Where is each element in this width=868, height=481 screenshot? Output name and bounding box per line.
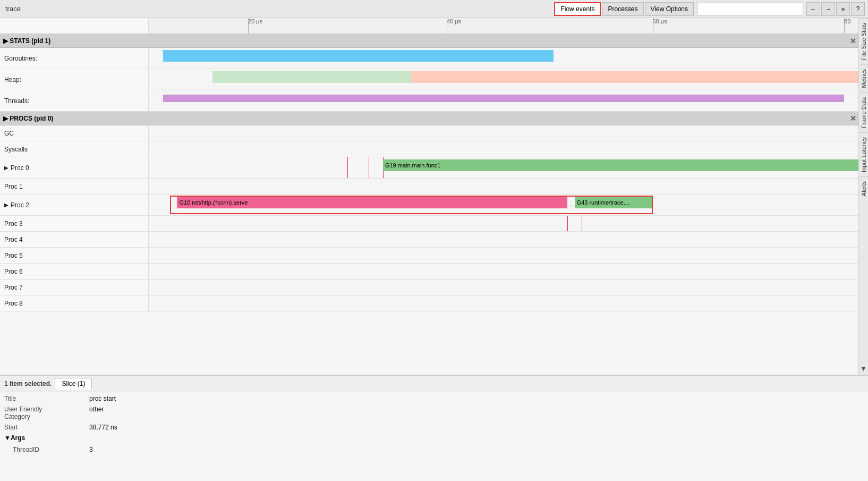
proc0-green-bar: G19 main.main.func1	[383, 159, 858, 171]
nav-help-button[interactable]: ?	[851, 2, 865, 16]
proc6-row: Proc 6	[0, 264, 858, 280]
nav-prev-button[interactable]: ←	[806, 2, 820, 16]
goroutines-bar	[163, 50, 554, 62]
stats-close-button[interactable]: ✕	[850, 37, 856, 45]
proc5-label: Proc 5	[0, 248, 149, 263]
detail-row-start: Start 38,772 ns	[0, 422, 868, 433]
app-title: trace	[3, 5, 21, 13]
sidebar-scroll-down[interactable]: ▼	[860, 362, 867, 375]
ruler-mark-40: 40 µs	[447, 18, 461, 24]
header-button-group: Flow events Processes View Options ← → »…	[554, 2, 865, 16]
view-options-button[interactable]: View Options	[645, 2, 694, 16]
ruler-mark-80: 80	[844, 18, 850, 24]
proc0-canvas[interactable]: G19 main.main.func1	[149, 157, 858, 178]
detail-table: Title proc start User FriendlyCategory o…	[0, 393, 868, 433]
proc2-canvas[interactable]: G10 net/http.(*conn).serve → G43 runtime…	[149, 195, 858, 215]
threads-row: Threads:	[0, 90, 858, 112]
args-value-threadid: 3	[85, 444, 868, 455]
proc5-canvas[interactable]	[149, 248, 858, 263]
proc6-canvas[interactable]	[149, 264, 858, 279]
proc3-canvas[interactable]	[149, 216, 858, 231]
proc2-green-bar: G43 runtime/trace....	[575, 197, 653, 208]
goroutines-row: Goroutines:	[0, 48, 858, 69]
proc8-canvas[interactable]	[149, 296, 858, 311]
args-table: ThreadID 3	[0, 444, 868, 455]
proc2-pink-label: G10 net/http.(*conn).serve	[179, 199, 248, 206]
nav-next-button[interactable]: →	[821, 2, 835, 16]
slice-tab[interactable]: Slice (1)	[55, 378, 92, 390]
ruler: 20 µs 40 µs 60 µs 80	[149, 18, 858, 33]
proc2-arrow: ▶	[4, 202, 8, 208]
processes-button[interactable]: Processes	[602, 2, 643, 16]
stats-section-header[interactable]: ▶ STATS (pid 1) ✕	[0, 34, 858, 48]
proc2-row: ▶ Proc 2 G10 net/http.(*conn).serve → G4…	[0, 195, 858, 216]
proc1-canvas[interactable]	[149, 179, 858, 194]
proc6-label: Proc 6	[0, 264, 149, 279]
ruler-mark-60: 60 µs	[653, 18, 667, 24]
sidebar-tab-alerts[interactable]: Alerts	[860, 176, 868, 200]
heap-label: Heap:	[0, 69, 149, 90]
procs-section-title: ▶ PROCS (pid 0)	[3, 115, 53, 122]
proc0-label: ▶ Proc 0	[0, 157, 149, 178]
header: trace Flow events Processes View Options…	[0, 0, 868, 18]
heap-bar-2	[411, 71, 858, 83]
detail-row-title: Title proc start	[0, 393, 868, 404]
bottom-panel: 1 item selected. Slice (1) Title proc st…	[0, 375, 868, 481]
sidebar-tab-metrics[interactable]: Metrics	[860, 64, 868, 92]
flow-events-button[interactable]: Flow events	[554, 2, 601, 16]
args-header: ▼Args	[0, 433, 868, 443]
goroutines-label: Goroutines:	[0, 48, 149, 69]
heap-bar-1	[212, 71, 411, 83]
proc7-label: Proc 7	[0, 280, 149, 295]
proc3-row: Proc 3	[0, 216, 858, 232]
proc0-row: ▶ Proc 0 G19 main.main.func1	[0, 157, 858, 179]
proc4-canvas[interactable]	[149, 232, 858, 247]
proc4-label: Proc 4	[0, 232, 149, 247]
procs-close-button[interactable]: ✕	[850, 114, 856, 123]
right-sidebar: File Size Stats Metrics Frame Data Input…	[858, 18, 868, 375]
detail-key-category: User FriendlyCategory	[0, 404, 85, 422]
syscalls-row: Syscalls	[0, 141, 858, 157]
proc7-row: Proc 7	[0, 280, 858, 296]
bottom-tabs: 1 item selected. Slice (1)	[0, 376, 868, 392]
proc0-bar-label: G19 main.main.func1	[385, 162, 441, 168]
nav-fast-forward-button[interactable]: »	[836, 2, 850, 16]
proc8-label: Proc 8	[0, 296, 149, 311]
proc2-label: ▶ Proc 2	[0, 195, 149, 215]
proc7-canvas[interactable]	[149, 280, 858, 295]
threads-canvas[interactable]	[149, 90, 858, 111]
threads-bar	[163, 95, 845, 102]
detail-value-category: other	[85, 404, 868, 422]
proc1-row: Proc 1	[0, 179, 858, 195]
threads-label: Threads:	[0, 90, 149, 111]
tracks-container: ▶ STATS (pid 1) ✕ Goroutines: Heap:	[0, 34, 858, 375]
syscalls-canvas[interactable]	[149, 141, 858, 157]
goroutines-canvas[interactable]	[149, 48, 858, 69]
detail-value-title: proc start	[85, 393, 868, 404]
heap-canvas[interactable]	[149, 69, 858, 90]
args-key-threadid: ThreadID	[0, 444, 85, 455]
detail-key-start: Start	[0, 422, 85, 433]
proc0-marker-2	[369, 157, 369, 178]
detail-row-category: User FriendlyCategory other	[0, 404, 868, 422]
syscalls-label: Syscalls	[0, 141, 149, 157]
timeline-wrapper: 20 µs 40 µs 60 µs 80 ▶ STATS (pid 1) ✕	[0, 18, 858, 375]
stats-section-title: ▶ STATS (pid 1)	[3, 37, 50, 45]
sidebar-tab-framedata[interactable]: Frame Data	[860, 92, 868, 132]
search-input[interactable]	[697, 3, 803, 15]
procs-section-header[interactable]: ▶ PROCS (pid 0) ✕	[0, 112, 858, 125]
args-row-threadid: ThreadID 3	[0, 444, 868, 455]
gc-canvas[interactable]	[149, 125, 858, 141]
proc4-row: Proc 4	[0, 232, 858, 248]
proc3-label: Proc 3	[0, 216, 149, 231]
detail-key-title: Title	[0, 393, 85, 404]
selected-label: 1 item selected.	[4, 380, 52, 387]
ruler-mark-20: 20 µs	[248, 18, 262, 24]
gc-row: GC	[0, 125, 858, 141]
sidebar-tab-filesize[interactable]: File Size Stats	[860, 18, 868, 64]
sidebar-tab-inputlatency[interactable]: Input Latency	[860, 132, 868, 176]
proc3-marker-1	[567, 216, 568, 231]
proc1-label: Proc 1	[0, 179, 149, 194]
proc0-arrow: ▶	[4, 165, 8, 171]
proc8-row: Proc 8	[0, 296, 858, 311]
